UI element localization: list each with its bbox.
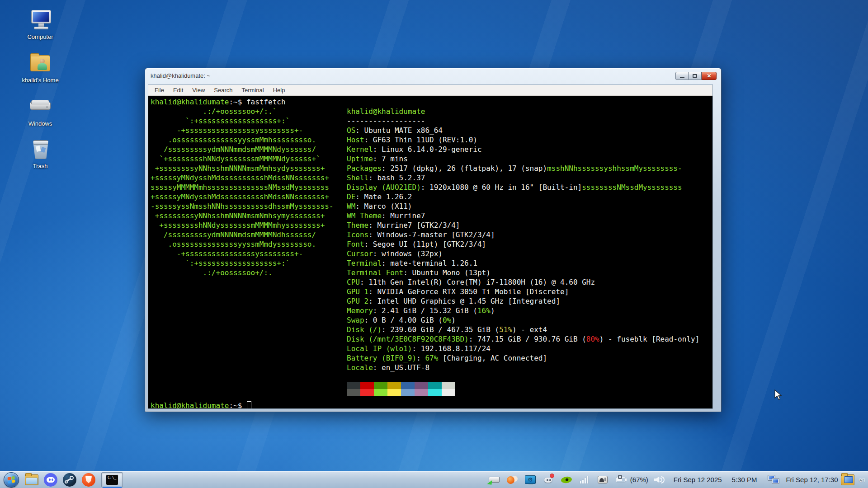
redshift-icon[interactable] [506,474,518,486]
discord-tray-icon[interactable] [542,474,554,486]
fastfetch-line: Swap: 0 B / 4.00 GiB (0%) [347,315,699,325]
desktop-icon-label: khalid's Home [11,77,70,84]
ascii-art: .:/+oossssoo+/:.` `:+ssssssssssssssssss+… [151,107,334,277]
desktop-icon-home[interactable]: khalid's Home [11,53,70,84]
fastfetch-line: Memory: 2.41 GiB / 15.32 GiB (16%) [347,306,699,315]
palette-swatch [347,389,360,396]
palette-swatch [360,382,374,389]
palette-swatch [360,389,374,396]
fastfetch-line: Packages: 2517 (dpkg), 26 (flatpak), 17 … [347,164,699,173]
menu-help[interactable]: Help [269,85,290,95]
system-tray: ⚙ (67%) [488,474,670,486]
palette-swatch [347,382,360,389]
fastfetch-line: GPU 1: NVIDIA GeForce RTX 3050 Ti Mobile… [347,287,699,296]
color-palette [347,382,455,396]
fastfetch-line: DE: Mate 1.26.2 [347,192,699,202]
volume-icon[interactable] [654,474,665,486]
desktop-icon-label: Windows [11,120,70,127]
clock-applet[interactable]: Fri Sep 12, 17:30 [786,476,838,483]
palette-swatch [415,382,428,389]
fastfetch-line: Terminal: mate-terminal 1.26.1 [347,258,699,268]
network-monitors-icon[interactable] [768,475,781,485]
title-bar[interactable]: khalid@khalidumate: ~ ✕ [145,68,721,84]
palette-swatch [442,382,455,389]
menu-search[interactable]: Search [209,85,237,95]
start-button[interactable] [4,472,19,488]
fastfetch-line: Host: GF63 Thin 11UD (REV:1.0) [347,135,699,145]
fastfetch-line: WM Theme: Murrine7 [347,211,699,221]
trash-icon [28,139,53,161]
file-manager-icon [25,474,38,485]
desktop-wallpaper: Computer khalid's Home Windows Trash kha… [0,0,868,488]
fastfetch-line: Terminal Font: Ubuntu Mono (13pt) [347,268,699,277]
menu-view[interactable]: View [188,85,209,95]
display-settings-icon[interactable]: ⚙ [524,474,536,486]
discord-icon [44,473,57,487]
prompt-line: khalid@khalidumate:~$ fastfetch [151,97,286,107]
palette-swatch [428,389,442,396]
palette-swatch [401,382,415,389]
file-manager-launcher[interactable] [24,473,39,487]
fastfetch-line: Disk (/mnt/3E0C8F920C8F43BD): 747.15 GiB… [347,334,699,344]
fastfetch-line: Display (AUO21ED): 868x488 @ 60 Hz in … [347,183,699,192]
menu-file[interactable]: File [150,85,169,95]
battery-percent: (67%) [630,476,648,483]
fastfetch-info: khalid@khalidumate------------------OS: … [347,107,699,372]
palette-swatch [387,389,401,396]
steam-icon [63,473,76,487]
desktop-icon-label: Trash [11,163,70,169]
palette-swatch [428,382,442,389]
nvidia-icon[interactable] [561,474,572,486]
fastfetch-line: WM: Marco (X11) [347,202,699,211]
menu-bar: FileEditViewSearchTerminalHelp [148,85,712,96]
fastfetch-line: Icons: Windows-7-master [GTK2/3/4] [347,230,699,239]
computer-icon [28,10,53,32]
fastfetch-line: Cursor: windows (32px) [347,249,699,258]
desktop-icon-windows[interactable]: Windows [11,97,70,127]
taskbar: C:\_ ⚙ (67%) Fri Sep 12 2025 5:30 PM Fri… [0,471,868,488]
fastfetch-line: GPU 2: Intel UHD Graphics @ 1.45 GHz [In… [347,296,699,306]
menu-edit[interactable]: Edit [169,85,188,95]
maximize-button[interactable] [689,72,702,80]
taskbar-terminal-button[interactable]: C:\_ [101,472,123,488]
desktop-icon-trash[interactable]: Trash [11,139,70,169]
taskbar-time[interactable]: 5:30 PM [732,476,757,483]
active-window-indicator [103,487,122,488]
battery-charging-icon[interactable] [615,474,627,486]
prompt-line-2: khalid@khalidumate:~$ [151,401,251,408]
brave-launcher[interactable] [81,473,96,487]
window-title: khalid@khalidumate: ~ [151,68,210,84]
palette-swatch [415,389,428,396]
fastfetch-line: Local IP (wlo1): 192.168.8.117/24 [347,344,699,353]
menu-terminal[interactable]: Terminal [237,85,269,95]
desktop-icon-label: Computer [11,33,70,40]
taskbar-date[interactable]: Fri Sep 12 2025 [674,476,722,483]
brave-icon [82,473,95,487]
fastfetch-line: Disk (/): 239.60 GiB / 467.35 GiB (51%) … [347,325,699,334]
desktop-icon-computer[interactable]: Computer [11,10,70,40]
terminal-content[interactable]: khalid@khalidumate:~$ fastfetch .:/+ooss… [148,96,712,408]
mouse-cursor [774,389,784,400]
steam-launcher[interactable] [62,473,77,487]
keyboard-layout-indicator[interactable]: en [859,476,865,483]
maximize-icon [693,74,697,78]
prompt-text: khalid@khalidumate:~$ [151,401,246,408]
fastfetch-line: Battery (BIF0_9): 67% [Charging, AC Conn… [347,353,699,363]
fastfetch-line: CPU: 11th Gen Intel(R) Core(TM) i7-11800… [347,277,699,287]
terminal-window: khalid@khalidumate: ~ ✕ FileEditViewSear… [145,68,722,412]
palette-row [347,389,455,396]
discord-launcher[interactable] [43,473,58,487]
close-button[interactable]: ✕ [702,72,717,80]
fastfetch-line: Locale: en_US.UTF-8 [347,363,699,372]
palette-swatch [374,382,387,389]
minimize-button[interactable] [675,72,689,80]
mailbox-icon[interactable] [597,474,609,486]
fastfetch-line: Theme: Murrine7 [GTK2/3/4] [347,221,699,230]
folder-shortcut-icon[interactable] [841,474,854,485]
removable-drive-icon[interactable] [488,474,500,486]
palette-swatch [387,382,401,389]
minimize-icon [680,77,684,78]
palette-row [347,382,455,389]
close-icon: ✕ [707,73,711,79]
network-signal-icon[interactable] [579,474,590,486]
